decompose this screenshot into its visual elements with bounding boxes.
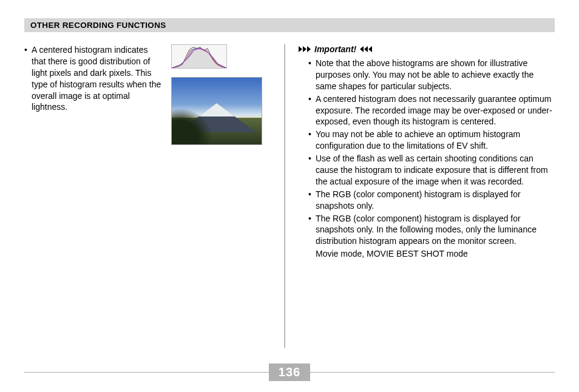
bullet-text: The RGB (color component) histogram is d…	[316, 189, 555, 212]
bullet-text: You may not be able to achieve an optimu…	[316, 129, 555, 152]
list-item: • A centered histogram does not necessar…	[308, 93, 555, 128]
list-item: • The RGB (color component) histogram is…	[308, 189, 555, 212]
important-label: Important!	[314, 44, 356, 54]
triangle-left-icon	[360, 46, 372, 52]
continuation-line: Movie mode, MOVIE BEST SHOT mode	[316, 248, 555, 260]
important-heading: Important!	[299, 44, 555, 54]
left-column: • A centered histogram indicates that th…	[24, 44, 279, 348]
section-header: OTHER RECORDING FUNCTIONS	[24, 18, 555, 32]
bullet-dot: •	[24, 44, 32, 113]
list-item: • Use of the flash as well as certain sh…	[308, 153, 555, 188]
important-list: • Note that the above histograms are sho…	[299, 58, 555, 260]
bullet-dot: •	[308, 93, 316, 128]
list-item: • The RGB (color component) histogram is…	[308, 213, 555, 248]
illustrations	[171, 44, 256, 145]
bullet-text: Use of the flash as well as certain shoo…	[316, 153, 555, 188]
bullet-dot: •	[308, 213, 316, 248]
list-item: • You may not be able to achieve an opti…	[308, 129, 555, 152]
bullet-text: The RGB (color component) histogram is d…	[316, 213, 555, 248]
histogram-illustration	[171, 44, 227, 69]
content-columns: • A centered histogram indicates that th…	[24, 44, 555, 348]
column-divider	[284, 44, 285, 348]
bullet-text: A centered histogram indicates that ther…	[32, 44, 164, 113]
list-item: • Note that the above histograms are sho…	[308, 58, 555, 92]
right-column: Important! • Note that the above histogr…	[293, 44, 555, 348]
bullet-dot: •	[308, 189, 316, 212]
bullet-dot: •	[308, 58, 316, 92]
triangle-right-icon	[299, 46, 311, 52]
footer-rule	[24, 372, 269, 373]
bullet-text: Note that the above histograms are shown…	[316, 58, 555, 92]
bullet-text: A centered histogram does not necessaril…	[316, 93, 555, 128]
bullet-dot: •	[308, 129, 316, 152]
photo-illustration	[171, 77, 262, 145]
page-number: 136	[269, 363, 310, 381]
page-footer: 136	[24, 363, 555, 381]
list-item: • A centered histogram indicates that th…	[24, 44, 164, 113]
bullet-dot: •	[308, 153, 316, 188]
footer-rule	[310, 372, 555, 373]
left-text: • A centered histogram indicates that th…	[24, 44, 164, 113]
